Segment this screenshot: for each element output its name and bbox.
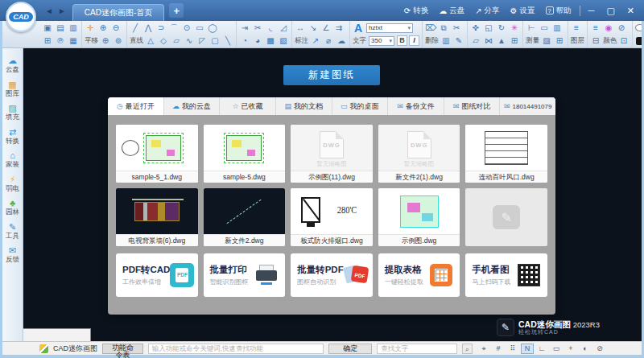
rotate-icon[interactable]: ↻: [495, 22, 508, 34]
dim-linear-icon[interactable]: ↔: [294, 22, 307, 34]
dim-aligned-icon[interactable]: ↘: [307, 22, 320, 34]
text-icon[interactable]: A: [352, 22, 365, 34]
search-icon[interactable]: ⌕: [462, 344, 473, 354]
file-empty-slot[interactable]: DWG 暂无缩略图 280'C ✎: [465, 188, 547, 246]
scissors-icon[interactable]: ✂: [450, 22, 463, 34]
dim-continue-icon[interactable]: ⇉: [332, 22, 345, 34]
tab-my-documents[interactable]: ▤ 我的文档: [276, 97, 332, 115]
file-example-11[interactable]: DWG 暂无缩略图 280'C ✎: [291, 125, 373, 183]
save-icon[interactable]: ▤: [54, 22, 67, 34]
file-sample-5[interactable]: DWG 暂无缩略图 280'C ✎: [204, 125, 286, 183]
forward-icon[interactable]: ►: [58, 6, 66, 15]
open-icon[interactable]: ▣: [41, 22, 54, 34]
sidebar-item-garden[interactable]: ♣ 园林: [6, 199, 19, 216]
eraser-icon[interactable]: ⊘: [593, 344, 606, 354]
font-select[interactable]: hztxt: [366, 23, 413, 33]
copy-icon[interactable]: ⧉: [437, 22, 450, 34]
command-search-input[interactable]: [148, 344, 324, 354]
circle-icon[interactable]: ⊙: [180, 22, 193, 34]
app-logo[interactable]: CAD: [6, 2, 36, 32]
fillet-icon[interactable]: ◟: [264, 22, 277, 34]
layers-icon[interactable]: ≡: [570, 22, 583, 34]
menu-cloud[interactable]: ☁ 云盘: [439, 6, 464, 16]
sidebar-item-electric[interactable]: ⚡ 弱电: [6, 175, 19, 192]
zoom-out-icon[interactable]: ⊖: [109, 22, 122, 34]
ellipse-icon[interactable]: ◯: [206, 22, 219, 34]
print-icon[interactable]: ⊞: [41, 35, 54, 47]
north-icon[interactable]: N: [521, 344, 534, 354]
cut-icon[interactable]: ✂: [251, 22, 264, 34]
delete-label[interactable]: 删除: [424, 35, 440, 47]
new-drawing-button[interactable]: 新建图纸: [283, 65, 380, 85]
layer-label[interactable]: 图层: [570, 35, 585, 47]
trapezoid-icon[interactable]: ◸: [196, 35, 208, 47]
promo-batch-to-pdf[interactable]: 批量转PDF 图框自动识别 PDF: [291, 253, 373, 297]
file-new-file-2-1[interactable]: DWG 暂无缩略图 280'C ✎: [378, 125, 460, 183]
sidebar-item-home-deco[interactable]: ⌂ 家装: [6, 151, 19, 168]
pdf-export-icon[interactable]: ℗: [54, 35, 67, 47]
dimension-label[interactable]: 标注: [294, 35, 309, 47]
measure-length-icon[interactable]: ⊢: [525, 22, 538, 34]
swatch-black[interactable]: [634, 35, 642, 47]
trim-icon[interactable]: ⇥: [238, 22, 251, 34]
file-tv-wall-6[interactable]: DWG 暂无缩略图 280'C ✎: [116, 188, 198, 246]
insert-image-icon[interactable]: ▧: [277, 35, 290, 47]
circle-tan-icon[interactable]: ◔: [238, 35, 251, 47]
menu-settings[interactable]: ⚙ 设置: [510, 6, 535, 16]
zoom-extents-icon[interactable]: ⊚: [112, 35, 125, 47]
measure-image-icon[interactable]: ▨: [540, 35, 553, 47]
tab-favorites[interactable]: ☆ 已收藏: [220, 97, 276, 115]
italic-button[interactable]: I: [409, 35, 419, 46]
file-fire-damper[interactable]: DWG 暂无缩略图 280'C ✎: [291, 188, 373, 246]
pline-icon[interactable]: ⊃: [155, 22, 167, 34]
find-text-input[interactable]: [377, 344, 457, 354]
ortho-icon[interactable]: ∟: [535, 344, 548, 354]
file-louver-vent[interactable]: DWG 暂无缩略图 280'C ✎: [465, 125, 547, 183]
explode-icon[interactable]: ✳: [508, 22, 521, 34]
donut-icon[interactable]: ◕: [251, 35, 264, 47]
sidebar-item-cloud[interactable]: ☁ 云盘: [6, 56, 19, 73]
color-label[interactable]: 颜色: [602, 35, 617, 47]
bg-color-icon[interactable]: ◐: [579, 344, 592, 354]
multiline-icon[interactable]: ≡: [589, 22, 602, 34]
chamfer-icon[interactable]: ◿: [277, 22, 290, 34]
array-icon[interactable]: ⊞: [508, 35, 521, 47]
minimize-button[interactable]: ─: [588, 6, 595, 15]
command-list-button[interactable]: 功能命令表: [102, 344, 143, 354]
arc-icon[interactable]: ⌒: [167, 22, 180, 34]
tab-my-desktop[interactable]: ▭ 我的桌面: [332, 97, 389, 115]
file-sample-5-1[interactable]: DWG 暂无缩略图 280'C ✎: [116, 125, 198, 183]
promo-batch-print[interactable]: 批量打印 智能识别图框: [204, 253, 286, 297]
menu-share[interactable]: ↗ 分享: [475, 6, 499, 16]
ok-button[interactable]: 确定: [328, 344, 372, 354]
delete-icon[interactable]: ⌦: [424, 22, 437, 34]
sidebar-item-feedback[interactable]: ✉ 反馈: [6, 246, 19, 263]
paste-icon[interactable]: ▥: [440, 35, 452, 47]
spline-icon[interactable]: ∿: [183, 35, 196, 47]
ray-icon[interactable]: ╲: [221, 35, 234, 47]
sidebar-item-gallery[interactable]: ▦ 图库: [6, 80, 19, 97]
line-icon[interactable]: ╱: [129, 22, 142, 34]
bold-button[interactable]: B: [397, 35, 407, 46]
hatch-icon[interactable]: ▩: [264, 35, 277, 47]
sidebar-item-convert[interactable]: ⇄ 转换: [6, 128, 19, 145]
measure-area-icon[interactable]: ▭: [538, 22, 551, 34]
swatch-white[interactable]: [634, 22, 642, 34]
wipeout-icon[interactable]: ⊘: [615, 22, 628, 34]
full-screen-icon[interactable]: ▭: [550, 344, 563, 354]
sidebar-item-tools[interactable]: ✎ 工具: [6, 223, 19, 240]
grid-icon[interactable]: #: [492, 344, 505, 354]
scale-icon[interactable]: ◱: [482, 22, 495, 34]
file-new-file-2[interactable]: DWG 暂无缩略图 280'C ✎: [204, 188, 286, 246]
save-as-icon[interactable]: ▥: [67, 22, 80, 34]
color-wheel-icon[interactable]: ◉: [602, 22, 615, 34]
text-size-select[interactable]: 350: [369, 36, 394, 46]
back-icon[interactable]: ◄: [45, 6, 53, 15]
rectangle-icon[interactable]: ▭: [193, 22, 206, 34]
linetype-icon[interactable]: ⊟: [589, 35, 602, 47]
file-example[interactable]: DWG 暂无缩略图 280'C ✎: [378, 188, 460, 246]
format-brush-icon[interactable]: ✎: [452, 35, 465, 47]
tab-account[interactable]: ✉ 18014491079: [500, 97, 555, 115]
revision-cloud-icon[interactable]: ☁: [335, 35, 348, 47]
dim-angle-icon[interactable]: ∠: [320, 22, 332, 34]
